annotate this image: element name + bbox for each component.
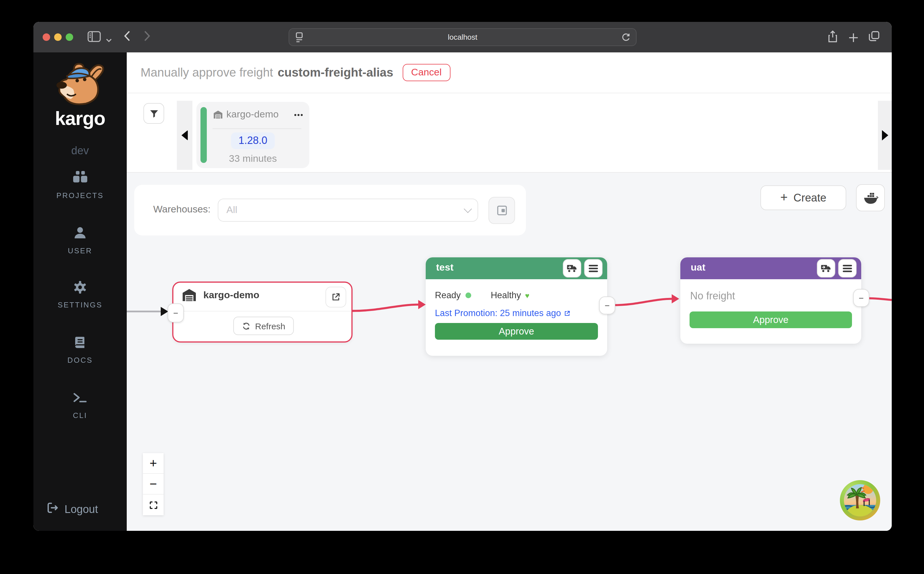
approve-button-uat[interactable]: Approve <box>690 311 852 328</box>
sidebar-item-user[interactable]: USER <box>33 226 127 255</box>
truck-icon <box>567 264 577 273</box>
warehouses-select[interactable]: All <box>218 199 478 222</box>
create-label: Create <box>793 191 826 204</box>
sidebar-toggle-icon[interactable] <box>88 31 101 44</box>
sidebar-item-projects[interactable]: PROJECTS <box>33 171 127 200</box>
healthy-heart-icon: ♥ <box>525 291 529 300</box>
zoom-controls: + − <box>143 453 164 515</box>
window-close-button[interactable] <box>43 33 50 41</box>
divider <box>213 128 301 129</box>
freight-truck-button[interactable] <box>563 259 581 278</box>
open-warehouse-button[interactable] <box>325 287 346 308</box>
freight-age: 33 minutes <box>196 153 310 165</box>
sidebar-item-cli[interactable]: CLI <box>33 391 127 420</box>
sidebar-item-docs[interactable]: DOCS <box>33 336 127 364</box>
timeline-scroll-right[interactable] <box>878 101 892 170</box>
image-frame-icon <box>496 204 508 216</box>
projects-icon <box>73 171 87 185</box>
back-button[interactable] <box>124 30 130 44</box>
scroll-left-icon <box>182 130 188 140</box>
reload-icon[interactable] <box>622 33 630 44</box>
screen: localhost <box>0 0 924 574</box>
freight-card[interactable]: kargo-demo ••• 1.28.0 33 minutes <box>196 102 310 168</box>
cancel-button[interactable]: Cancel <box>403 64 450 81</box>
warehouses-label: Warehouses: <box>153 204 210 215</box>
freight-timeline: kargo-demo ••• 1.28.0 33 minutes <box>127 93 892 173</box>
refresh-button[interactable]: Refresh <box>233 317 294 335</box>
collapse-handle-test[interactable]: − <box>599 296 615 314</box>
stage-menu-button[interactable] <box>584 259 603 278</box>
page-settings-icon[interactable] <box>295 32 303 45</box>
create-button[interactable]: + Create <box>760 185 846 210</box>
ready-status-dot <box>466 292 471 298</box>
zoom-in-button[interactable]: + <box>143 453 164 474</box>
freight-truck-button[interactable] <box>817 259 835 278</box>
zoom-out-button[interactable]: − <box>143 474 164 495</box>
chevron-down-icon[interactable] <box>106 35 112 45</box>
menu-icon <box>843 265 852 272</box>
last-promotion-text: Last Promotion: 25 minutes ago <box>435 308 561 319</box>
gear-icon <box>73 281 87 294</box>
main-content: Manually approve freight custom-freight-… <box>127 52 892 531</box>
sidebar-item-settings[interactable]: SETTINGS <box>33 281 127 309</box>
truck-icon <box>821 264 831 273</box>
external-link-icon <box>331 292 340 302</box>
warehouse-node-kargo-demo[interactable]: kargo-demo Refresh <box>172 282 352 342</box>
island-badge <box>839 479 881 521</box>
sidebar-item-label: DOCS <box>33 356 127 364</box>
browser-window: localhost <box>33 22 892 531</box>
freight-version-badge[interactable]: 1.28.0 <box>231 132 275 149</box>
docker-button[interactable] <box>856 184 885 211</box>
address-bar[interactable]: localhost <box>289 28 637 46</box>
scroll-right-icon <box>882 130 888 140</box>
window-zoom-button[interactable] <box>66 33 73 41</box>
kargo-kangaroo-logo <box>51 60 109 110</box>
warehouse-node-title: kargo-demo <box>203 289 259 301</box>
stage-menu-button[interactable] <box>838 259 857 278</box>
book-icon <box>73 336 87 350</box>
last-promotion-link[interactable]: Last Promotion: 25 minutes ago <box>435 308 570 319</box>
menu-icon <box>589 265 598 272</box>
tab-overview-icon[interactable] <box>869 31 880 44</box>
stage-node-test[interactable]: test <box>426 257 607 356</box>
fit-view-button[interactable] <box>143 495 164 515</box>
page-title: Manually approve freight <box>141 66 273 79</box>
divider <box>174 311 351 311</box>
sidebar-item-label: USER <box>33 246 127 255</box>
window-minimize-button[interactable] <box>54 33 62 41</box>
freight-card-name: kargo-demo <box>226 109 278 120</box>
forward-button[interactable] <box>144 30 150 44</box>
timeline-scroll-left[interactable] <box>177 101 193 170</box>
logo-text: kargo <box>33 108 127 129</box>
warehouses-panel: Warehouses: All <box>134 185 526 235</box>
stacked-view-button[interactable] <box>488 197 515 224</box>
stage-header: uat <box>680 257 861 279</box>
stage-node-uat[interactable]: uat No freig <box>680 257 861 344</box>
sidebar-item-label: CLI <box>33 411 127 420</box>
collapse-handle-uat[interactable]: − <box>853 289 869 307</box>
healthy-label: Healthy <box>491 290 521 301</box>
stage-header: test <box>426 257 607 279</box>
warehouses-selected-value: All <box>226 204 237 216</box>
funnel-icon <box>149 109 159 118</box>
approve-button-test[interactable]: Approve <box>435 323 598 340</box>
sidebar-item-label: PROJECTS <box>33 191 127 200</box>
user-icon <box>73 226 87 240</box>
version-label: dev <box>33 145 127 157</box>
collapse-handle-warehouse[interactable]: − <box>167 303 184 322</box>
refresh-icon <box>242 322 250 330</box>
warehouse-icon <box>214 110 222 118</box>
share-icon[interactable] <box>828 30 837 45</box>
logout-label: Logout <box>65 503 98 516</box>
terminal-icon <box>73 391 88 405</box>
fit-view-icon <box>149 501 158 509</box>
plus-icon: + <box>780 190 788 205</box>
logout-button[interactable]: Logout <box>46 501 98 517</box>
sidebar-item-label: SETTINGS <box>33 301 127 309</box>
new-tab-icon[interactable] <box>848 31 858 46</box>
freight-alias: custom-freight-alias <box>278 66 393 79</box>
sidebar: kargo dev PROJECTS USER <box>33 52 127 531</box>
freight-card-menu[interactable]: ••• <box>294 110 303 119</box>
filter-button[interactable] <box>144 103 164 124</box>
warehouse-icon <box>183 289 196 301</box>
